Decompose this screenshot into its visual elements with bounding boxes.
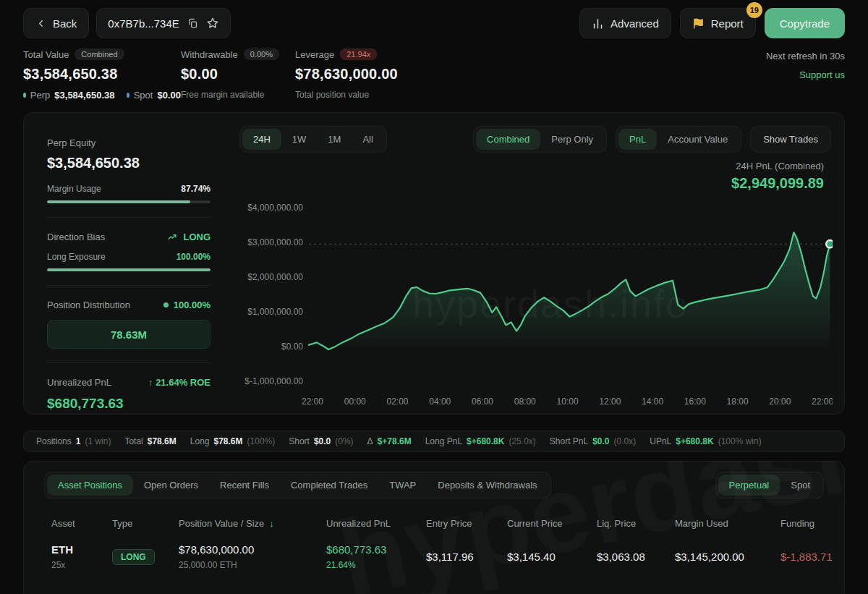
cell-asset: ETH 25x bbox=[51, 543, 112, 570]
advanced-button[interactable]: Advanced bbox=[579, 8, 671, 38]
table-row[interactable]: ETH 25x LONG $78,630,000.00 25,000.00 ET… bbox=[44, 543, 824, 570]
margin-usage-bar bbox=[47, 200, 210, 203]
svg-text:$0.00: $0.00 bbox=[281, 341, 303, 352]
star-icon bbox=[206, 17, 219, 30]
market-toggle-spot[interactable]: Spot bbox=[780, 475, 821, 496]
favorite-star-button[interactable] bbox=[206, 17, 219, 30]
col-current-price[interactable]: Current Price bbox=[507, 518, 597, 529]
copytrade-button[interactable]: Copytrade bbox=[765, 8, 845, 38]
chart-wrap: hyperdash.info$4,000,000.00$3,000,000.00… bbox=[239, 193, 831, 410]
positions-card: hyperdash Asset Positions Open Orders Re… bbox=[23, 461, 845, 594]
col-position-value[interactable]: Position Value / Size↓ bbox=[179, 518, 326, 529]
svg-text:18:00: 18:00 bbox=[727, 396, 749, 407]
svg-text:$-1,000,000.00: $-1,000,000.00 bbox=[244, 376, 303, 386]
report-count-badge: 19 bbox=[746, 2, 762, 18]
chart-controls: 24H 1W 1M All Combined Perp Only PnL Acc… bbox=[239, 126, 831, 153]
metric-toggle-pnl[interactable]: PnL bbox=[618, 129, 657, 150]
trend-up-icon bbox=[166, 232, 178, 242]
report-button[interactable]: Report 19 bbox=[680, 8, 756, 38]
pnl-chart[interactable]: hyperdash.info$4,000,000.00$3,000,000.00… bbox=[239, 193, 833, 410]
col-entry-price[interactable]: Entry Price bbox=[426, 518, 507, 529]
cell-current-price: $3,145.40 bbox=[507, 551, 597, 563]
col-liq-price[interactable]: Liq. Price bbox=[597, 518, 675, 529]
total-value-stat: Total Value Combined $3,584,650.38 Perp … bbox=[23, 48, 181, 101]
long-exposure-pct: 100.00% bbox=[176, 252, 210, 262]
svg-text:20:00: 20:00 bbox=[769, 396, 791, 407]
range-tab-24h[interactable]: 24H bbox=[242, 129, 281, 150]
total-value-amount: $3,584,650.38 bbox=[23, 66, 181, 82]
svg-text:04:00: 04:00 bbox=[429, 396, 451, 407]
long-exposure-label: Long Exposure bbox=[47, 252, 106, 262]
next-refresh-text: Next refresh in 30s bbox=[766, 51, 845, 61]
view-toggle-perp-only[interactable]: Perp Only bbox=[540, 129, 604, 150]
summary-total: Total $78.6M bbox=[124, 436, 176, 446]
col-type[interactable]: Type bbox=[112, 518, 179, 529]
chart-section: 24H 1W 1M All Combined Perp Only PnL Acc… bbox=[239, 126, 831, 404]
range-tab-1m[interactable]: 1M bbox=[317, 129, 352, 150]
direction-bias-label: Direction Bias bbox=[47, 232, 105, 242]
perp-equity-label: Perp Equity bbox=[47, 137, 210, 148]
cell-margin-used: $3,145,200.00 bbox=[675, 551, 780, 563]
direction-bias-value: LONG bbox=[183, 232, 210, 242]
withdrawable-amount: $0.00 bbox=[181, 66, 295, 82]
col-funding[interactable]: Funding bbox=[780, 518, 824, 529]
chevron-left-icon bbox=[35, 18, 46, 29]
view-toggle-combined[interactable]: Combined bbox=[476, 129, 540, 150]
tab-asset-positions[interactable]: Asset Positions bbox=[47, 475, 133, 496]
spot-dot-icon bbox=[127, 93, 129, 98]
col-unrealized-pnl[interactable]: Unrealized PnL bbox=[326, 518, 426, 529]
col-asset[interactable]: Asset bbox=[51, 518, 112, 529]
positions-table-header: Asset Type Position Value / Size↓ Unreal… bbox=[44, 518, 824, 529]
range-tab-all[interactable]: All bbox=[352, 129, 383, 150]
wallet-address-pill[interactable]: 0x7B7b...734E bbox=[96, 8, 230, 38]
cell-position-value: $78,630,000.00 25,000.00 ETH bbox=[179, 543, 326, 570]
copy-icon bbox=[187, 17, 198, 29]
combined-badge: Combined bbox=[75, 48, 124, 60]
distribution-box[interactable]: 78.63M bbox=[47, 320, 210, 349]
svg-text:$4,000,000.00: $4,000,000.00 bbox=[247, 203, 303, 213]
withdrawable-label: Withdrawable bbox=[181, 49, 238, 60]
leverage-stat: Leverage 21.94x $78,630,000.00 Total pos… bbox=[295, 48, 398, 101]
asset-leverage: 25x bbox=[51, 560, 112, 570]
arrow-up-icon: ↑ bbox=[148, 377, 153, 388]
flag-icon bbox=[692, 17, 705, 30]
margin-usage-label: Margin Usage bbox=[47, 184, 101, 194]
asset-symbol: ETH bbox=[51, 543, 73, 556]
support-us-link[interactable]: Support us bbox=[799, 69, 845, 80]
tab-deposits-withdrawals[interactable]: Deposits & Withdrawals bbox=[427, 475, 548, 496]
positions-tabs-group: Asset Positions Open Orders Recent Fills… bbox=[44, 472, 551, 498]
tab-open-orders[interactable]: Open Orders bbox=[133, 475, 209, 496]
divider bbox=[47, 217, 210, 218]
svg-text:22:00: 22:00 bbox=[302, 396, 323, 407]
col-margin-used[interactable]: Margin Used bbox=[675, 518, 780, 529]
perp-equity-value: $3,584,650.38 bbox=[47, 155, 210, 171]
wallet-address: 0x7B7b...734E bbox=[108, 17, 179, 30]
long-badge: LONG bbox=[112, 549, 155, 565]
perp-label: Perp bbox=[30, 90, 50, 101]
svg-text:10:00: 10:00 bbox=[557, 396, 579, 407]
withdrawable-stat: Withdrawable 0.00% $0.00 Free margin ava… bbox=[181, 48, 295, 101]
refresh-info: Next refresh in 30s Support us bbox=[766, 51, 845, 101]
back-button[interactable]: Back bbox=[23, 8, 89, 38]
svg-text:06:00: 06:00 bbox=[472, 396, 493, 407]
sort-desc-icon: ↓ bbox=[269, 518, 274, 529]
tab-recent-fills[interactable]: Recent Fills bbox=[209, 475, 280, 496]
cell-funding: $-1,883.71 bbox=[780, 551, 833, 564]
long-exposure-bar bbox=[47, 268, 210, 271]
time-range-group: 24H 1W 1M All bbox=[239, 126, 387, 153]
positions-tabs-row: Asset Positions Open Orders Recent Fills… bbox=[44, 472, 824, 498]
perp-dot-icon bbox=[23, 93, 26, 98]
summary-long: Long $78.6M (100%) bbox=[190, 436, 275, 446]
range-tab-1w[interactable]: 1W bbox=[281, 129, 318, 150]
cell-liq-price: $3,063.08 bbox=[597, 551, 675, 563]
advanced-label: Advanced bbox=[610, 17, 659, 30]
cell-unrealized-pnl: $680,773.63 21.64% bbox=[326, 543, 426, 570]
tab-completed-trades[interactable]: Completed Trades bbox=[280, 475, 378, 496]
chart-title-value: $2,949,099.89 bbox=[239, 175, 824, 192]
show-trades-button[interactable]: Show Trades bbox=[750, 126, 831, 153]
value-breakdown: Perp $3,584,650.38 Spot $0.00 bbox=[23, 90, 181, 101]
copy-address-button[interactable] bbox=[187, 17, 198, 29]
market-toggle-perpetual[interactable]: Perpetual bbox=[718, 475, 780, 496]
metric-toggle-account-value[interactable]: Account Value bbox=[657, 129, 739, 150]
tab-twap[interactable]: TWAP bbox=[378, 475, 427, 496]
